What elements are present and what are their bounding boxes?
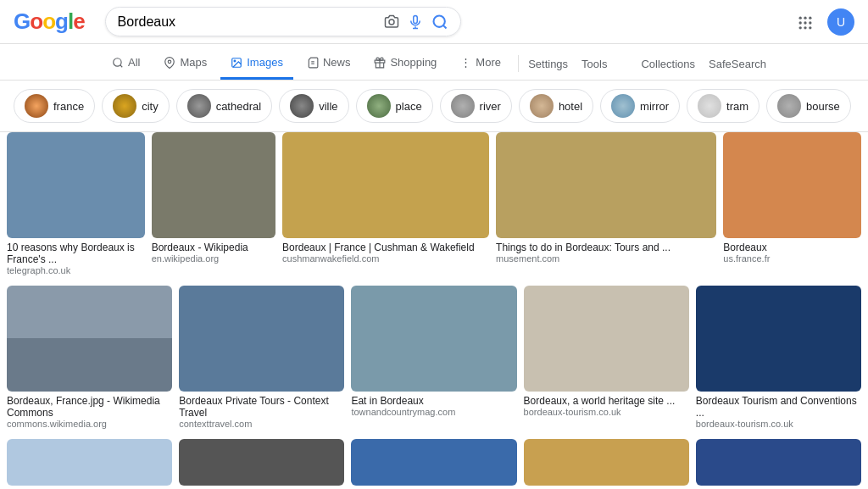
image-thumbnail (696, 286, 861, 392)
image-card[interactable]: Eat in Bordeauxtownandcountrymag.com (351, 286, 516, 417)
user-avatar[interactable]: U (827, 8, 854, 36)
image-title: Bordeaux, France.jpg - Wikimedia Commons (7, 395, 172, 419)
settings-link[interactable]: Settings (528, 58, 568, 70)
image-thumbnail (351, 286, 516, 392)
svg-point-13 (114, 58, 121, 66)
image-title: Bordeaux | France | Cushman & Wakefield (282, 242, 489, 253)
chip-label-river: river (480, 100, 501, 113)
filter-chip-cathedral[interactable]: cathedral (176, 89, 272, 123)
svg-rect-1 (413, 16, 417, 24)
image-source: bordeaux-tourism.co.uk (696, 419, 861, 429)
nav-all[interactable]: All (102, 47, 150, 80)
search-input[interactable]: Bordeaux (118, 14, 377, 30)
image-card[interactable]: 10 reasons why Bordeaux is France's ...t… (7, 132, 145, 275)
image-card[interactable]: Bordeauxus.france.fr (723, 132, 861, 264)
svg-point-7 (799, 21, 802, 24)
nav-news[interactable]: News (297, 47, 361, 80)
nav-maps-label: Maps (180, 56, 207, 69)
filter-chip-city[interactable]: city (102, 89, 170, 123)
svg-point-4 (799, 16, 802, 19)
image-thumbnail (152, 132, 275, 238)
chip-label-mirror: mirror (640, 100, 669, 113)
filter-chip-hotel[interactable]: hotel (519, 89, 593, 123)
nav-maps[interactable]: Maps (153, 47, 217, 80)
google-logo[interactable]: Google (14, 8, 85, 35)
svg-point-0 (389, 19, 394, 25)
image-card[interactable] (7, 439, 172, 486)
image-card[interactable] (179, 439, 344, 486)
chip-label-france: france (53, 100, 84, 113)
tools-link[interactable]: Tools (581, 58, 607, 70)
svg-point-2 (433, 16, 444, 27)
camera-icon[interactable] (384, 13, 399, 31)
chip-img-mirror (611, 94, 635, 118)
svg-point-11 (804, 26, 806, 29)
filter-chip-bourse[interactable]: bourse (766, 89, 851, 123)
image-thumbnail (7, 439, 172, 486)
shopping-nav-icon (374, 57, 386, 69)
image-card[interactable]: Bordeaux Private Tours - Context Travelc… (179, 286, 344, 429)
search-bar: Bordeaux (105, 7, 461, 36)
chip-img-bourse (777, 94, 801, 118)
image-thumbnail (7, 132, 145, 238)
image-card[interactable] (351, 439, 516, 486)
chip-label-cathedral: cathedral (216, 100, 261, 113)
more-dots-icon: ⋮ (460, 56, 471, 69)
filter-chip-place[interactable]: place (356, 89, 433, 123)
header: Google Bordeaux (0, 0, 868, 44)
chip-img-hotel (530, 94, 554, 118)
chip-img-tram (698, 94, 721, 118)
image-card[interactable]: Bordeaux, a world heritage site ...borde… (524, 286, 689, 417)
safesearch-link[interactable]: SafeSearch (709, 58, 766, 70)
chip-img-cathedral (187, 94, 211, 118)
svg-point-8 (804, 21, 806, 24)
nav-bar: All Maps Images News Shopping ⋮ More Set… (0, 44, 868, 81)
image-source: en.wikipedia.org (152, 253, 275, 264)
filter-chip-river[interactable]: river (440, 89, 512, 123)
mic-icon[interactable] (408, 13, 423, 31)
search-button-icon[interactable] (431, 13, 448, 31)
chip-img-city (113, 94, 136, 118)
image-thumbnail (696, 439, 861, 486)
image-title: Bordeaux, a world heritage site ... (524, 395, 689, 407)
map-nav-icon (164, 57, 175, 69)
chip-img-place (367, 94, 391, 118)
svg-point-5 (804, 16, 806, 19)
header-right: U (797, 8, 854, 36)
nav-images[interactable]: Images (220, 47, 293, 80)
image-card[interactable]: Bordeaux - Wikipediaen.wikipedia.org (152, 132, 275, 264)
nav-more[interactable]: ⋮ More (450, 47, 511, 80)
svg-point-6 (809, 16, 811, 19)
image-results: 10 reasons why Bordeaux is France's ...t… (0, 132, 868, 486)
filter-chip-tram[interactable]: tram (687, 89, 760, 123)
svg-point-9 (809, 21, 811, 24)
image-thumbnail (524, 439, 689, 486)
nav-news-label: News (323, 56, 351, 69)
image-card[interactable] (524, 439, 689, 486)
collections-link[interactable]: Collections (641, 58, 695, 70)
nav-shopping[interactable]: Shopping (364, 47, 447, 80)
image-title: Things to do in Bordeaux: Tours and ... (496, 242, 716, 253)
image-source: musement.com (496, 253, 716, 264)
image-source: commons.wikimedia.org (7, 419, 172, 429)
filter-chip-ville[interactable]: ville (279, 89, 348, 123)
news-nav-icon (307, 57, 319, 69)
image-source: bordeaux-tourism.co.uk (524, 407, 689, 417)
filter-chip-france[interactable]: france (14, 89, 95, 123)
apps-icon[interactable] (797, 12, 814, 31)
image-card[interactable] (696, 439, 861, 486)
image-source: us.france.fr (723, 253, 861, 264)
image-card[interactable]: Bordeaux, France.jpg - Wikimedia Commons… (7, 286, 172, 429)
chip-label-tram: tram (726, 100, 748, 113)
nav-separator (518, 55, 519, 72)
svg-line-14 (120, 64, 123, 67)
image-card[interactable]: Bordeaux | France | Cushman & Wakefieldc… (282, 132, 489, 264)
image-card[interactable]: Things to do in Bordeaux: Tours and ...m… (496, 132, 716, 264)
image-thumbnail (179, 439, 344, 486)
svg-point-12 (809, 26, 811, 29)
image-title: Eat in Bordeaux (351, 395, 516, 407)
image-source: cushmanwakefield.com (282, 253, 489, 264)
filter-bar: francecitycathedralvilleplaceriverhotelm… (0, 81, 868, 132)
filter-chip-mirror[interactable]: mirror (600, 89, 680, 123)
image-card[interactable]: Bordeaux Tourism and Conventions ...bord… (696, 286, 861, 429)
